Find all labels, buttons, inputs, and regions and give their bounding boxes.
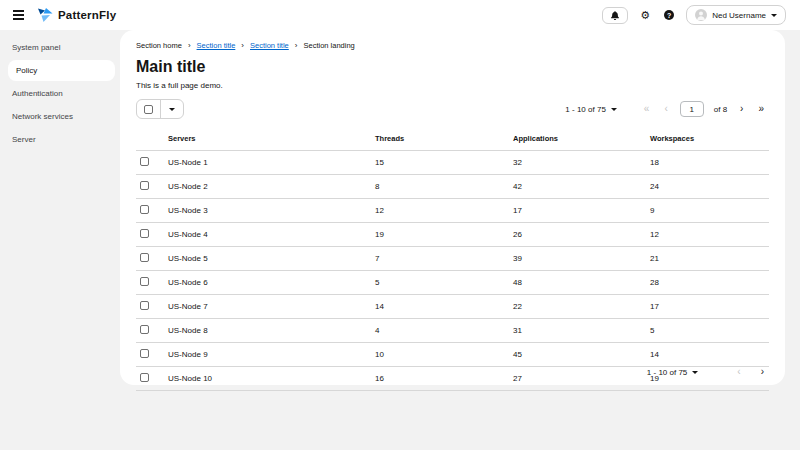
applications-cell: 32 [511, 151, 648, 175]
applications-cell: 31 [511, 319, 648, 343]
workspaces-cell: 17 [648, 295, 769, 319]
threads-cell: 15 [373, 151, 511, 175]
pagination-menu-toggle[interactable]: 1 - 10 of 75 [559, 104, 622, 115]
sidebar-item-server[interactable]: Server [0, 129, 115, 150]
first-page-button[interactable]: « [639, 103, 655, 115]
next-page-button[interactable]: › [735, 103, 748, 115]
pagination-nav: ‹ › [732, 366, 769, 378]
user-name: Ned Username [712, 11, 766, 20]
row-checkbox[interactable] [140, 301, 149, 310]
breadcrumb-item: Section landing [303, 41, 354, 50]
table-header-row: Servers Threads Applications Workspaces [136, 127, 769, 151]
column-header-workspaces[interactable]: Workspaces [648, 127, 769, 151]
gear-icon: ⚙ [640, 10, 650, 21]
prev-page-button[interactable]: ‹ [659, 103, 672, 115]
row-checkbox[interactable] [140, 229, 149, 238]
table-row: US-Node 654828 [136, 271, 769, 295]
server-cell: US-Node 4 [166, 223, 373, 247]
help-button[interactable]: ? [662, 8, 676, 22]
bulk-select-checkbox-area[interactable] [137, 100, 161, 118]
breadcrumb-separator-icon: › [295, 41, 298, 50]
sidebar-item-authentication[interactable]: Authentication [0, 83, 115, 104]
row-checkbox[interactable] [140, 277, 149, 286]
column-header-servers[interactable]: Servers [166, 127, 373, 151]
row-checkbox[interactable] [140, 373, 149, 382]
applications-cell: 45 [511, 343, 648, 367]
server-cell: US-Node 1 [166, 151, 373, 175]
avatar [695, 9, 707, 21]
applications-cell: 17 [511, 199, 648, 223]
server-cell: US-Node 6 [166, 271, 373, 295]
breadcrumb-link[interactable]: Section title [250, 41, 289, 50]
pagination-summary: 1 - 10 of 75 [647, 368, 687, 377]
table-body: US-Node 1153218US-Node 284224US-Node 312… [136, 151, 769, 391]
brand: PatternFly [37, 7, 116, 23]
last-page-button[interactable]: » [753, 103, 769, 115]
applications-cell: 27 [511, 367, 648, 391]
workspaces-cell: 21 [648, 247, 769, 271]
toolbar: 1 - 10 of 75 « ‹ of 8 › » [136, 99, 769, 119]
row-select-cell [136, 343, 166, 367]
page-input[interactable] [680, 101, 704, 117]
row-checkbox[interactable] [140, 325, 149, 334]
applications-cell: 26 [511, 223, 648, 247]
row-checkbox[interactable] [140, 157, 149, 166]
workspaces-cell: 9 [648, 199, 769, 223]
bulk-select-checkbox[interactable] [144, 105, 153, 114]
server-cell: US-Node 3 [166, 199, 373, 223]
user-menu[interactable]: Ned Username [686, 5, 786, 25]
row-select-cell [136, 319, 166, 343]
threads-cell: 19 [373, 223, 511, 247]
threads-cell: 16 [373, 367, 511, 391]
server-cell: US-Node 10 [166, 367, 373, 391]
nav-toggle-button[interactable] [11, 8, 26, 22]
next-page-button[interactable]: › [756, 366, 769, 378]
table-row: US-Node 312179 [136, 199, 769, 223]
applications-cell: 22 [511, 295, 648, 319]
row-select-cell [136, 295, 166, 319]
table-row: US-Node 4192612 [136, 223, 769, 247]
row-checkbox[interactable] [140, 349, 149, 358]
prev-page-button[interactable]: ‹ [732, 366, 745, 378]
bulk-select-toggle-button[interactable] [161, 100, 183, 118]
row-select-cell [136, 247, 166, 271]
row-checkbox[interactable] [140, 181, 149, 190]
server-cell: US-Node 9 [166, 343, 373, 367]
column-header-applications[interactable]: Applications [511, 127, 648, 151]
table-row: US-Node 84315 [136, 319, 769, 343]
chevron-down-icon [771, 14, 777, 17]
threads-cell: 5 [373, 271, 511, 295]
bell-icon [611, 11, 619, 20]
pagination-nav: « ‹ of 8 › » [639, 101, 769, 117]
sidebar-item-policy[interactable]: Policy [8, 60, 115, 81]
table-row: US-Node 7142217 [136, 295, 769, 319]
row-checkbox[interactable] [140, 253, 149, 262]
chevron-down-icon [692, 371, 698, 374]
workspaces-cell: 12 [648, 223, 769, 247]
server-cell: US-Node 7 [166, 295, 373, 319]
select-column-header [136, 127, 166, 151]
pagination-summary: 1 - 10 of 75 [565, 105, 605, 114]
workspaces-cell: 14 [648, 343, 769, 367]
sidebar-item-network-services[interactable]: Network services [0, 106, 115, 127]
server-cell: US-Node 8 [166, 319, 373, 343]
page-title: Main title [136, 58, 769, 76]
row-select-cell [136, 367, 166, 391]
bulk-select-split-button [136, 99, 184, 119]
table-row: US-Node 573921 [136, 247, 769, 271]
column-header-threads[interactable]: Threads [373, 127, 511, 151]
server-cell: US-Node 2 [166, 175, 373, 199]
breadcrumb-link[interactable]: Section title [197, 41, 236, 50]
workspaces-cell: 28 [648, 271, 769, 295]
page-description: This is a full page demo. [136, 81, 769, 90]
notifications-button[interactable] [602, 7, 628, 24]
question-icon: ? [664, 10, 674, 20]
table-row: US-Node 9104514 [136, 343, 769, 367]
main-content-card: Section home›Section title›Section title… [120, 30, 785, 385]
sidebar-item-system-panel[interactable]: System panel [0, 37, 115, 58]
row-checkbox[interactable] [140, 205, 149, 214]
pagination-menu-toggle[interactable]: 1 - 10 of 75 [641, 367, 704, 378]
settings-button[interactable]: ⚙ [638, 8, 652, 23]
applications-cell: 48 [511, 271, 648, 295]
workspaces-cell: 5 [648, 319, 769, 343]
